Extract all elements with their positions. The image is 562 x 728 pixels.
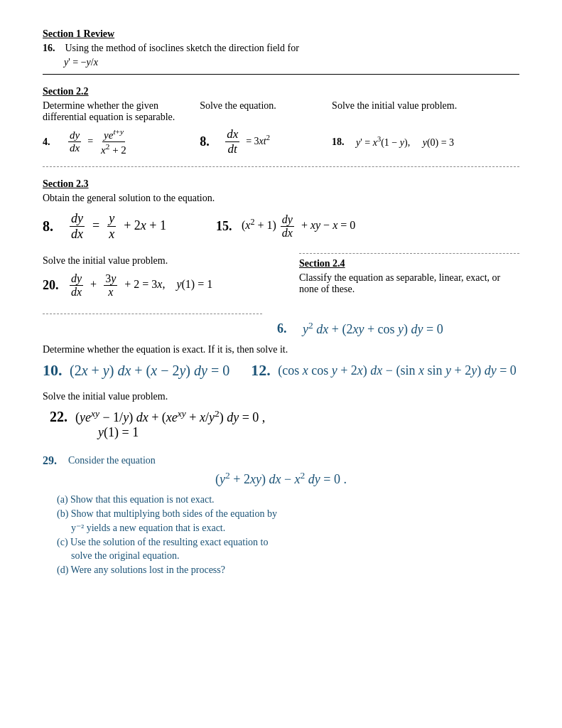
section24-description: Classify the equation as separable, line… xyxy=(299,272,519,295)
problem4-block: 4. dy dx = yet+y x2 + 2 xyxy=(43,127,193,156)
problem6-number: 6. xyxy=(277,321,297,336)
section23-description: Obtain the general solution to the equat… xyxy=(43,193,519,204)
problem20-number: 20. xyxy=(43,278,63,293)
problem16-text: 16. Using the method of isoclines sketch… xyxy=(43,43,519,54)
section22-divider xyxy=(43,166,519,167)
problem6-equation: y2 dx + (2xy + cos y) dy = 0 xyxy=(303,320,443,337)
determine-exact-label: Determine whether the equation is exact.… xyxy=(43,344,519,355)
problem18-equation: y' = x3(1 − y), y(0) = 3 xyxy=(356,135,454,149)
problem8a-block: 8. dx dt = 3xt2 xyxy=(200,127,325,156)
problem8a-number: 8. xyxy=(200,134,220,149)
section22-block: Section 2.2 Determine whether the given … xyxy=(43,86,519,167)
section1-divider xyxy=(43,74,519,75)
problem4-number: 4. xyxy=(43,136,63,148)
section24-title-preview: Section 2.4 xyxy=(299,258,519,269)
problem29-consider-text: Consider the equation xyxy=(68,455,156,466)
part-c-line2: solve the original equation. xyxy=(71,550,519,562)
part-a: (a) Show that this equation is not exact… xyxy=(57,494,519,505)
problem16-equation: y' = −y/x xyxy=(64,57,519,68)
section22-col3-header: Solve the initial value problem. xyxy=(332,100,519,123)
problem8b-block: 8. dy dx = y x + 2x + 1 xyxy=(43,211,166,242)
solve-ivp-section23-block: Solve the initial value problem. 20. dy … xyxy=(43,253,285,299)
problem8a-equation: dx dt = 3xt2 xyxy=(224,127,270,156)
problem12-number: 12. xyxy=(251,361,271,380)
problem8b-equation: dy dx = y x + 2x + 1 xyxy=(68,211,166,242)
problem12-equation: (cos x cos y + 2x) dx − (sin x sin y + 2… xyxy=(278,363,517,378)
problem15-number: 15. xyxy=(216,219,236,234)
problem18-number: 18. xyxy=(332,136,352,148)
problem15-equation: (x2 + 1) dy dx + xy − x = 0 xyxy=(242,213,355,240)
section22-header-row: Determine whether the given differential… xyxy=(43,100,519,123)
section1-review-title: Section 1 Review xyxy=(43,28,519,40)
problem29-parts: (a) Show that this equation is not exact… xyxy=(57,494,519,576)
part-d: (d) Were any solutions lost in the proce… xyxy=(57,564,519,576)
problem22-equation-line1: (yexy − 1/y) dx + (xexy + x/y2) dy = 0 , xyxy=(75,408,265,425)
problem29-equation: (y2 + 2xy) dx − x2 dy = 0 . xyxy=(43,470,519,487)
problem16-number: 16. xyxy=(43,43,63,54)
section22-problems-row: 4. dy dx = yet+y x2 + 2 8. xyxy=(43,127,519,156)
solve-ivp-section23-label: Solve the initial value problem. xyxy=(43,255,285,267)
part-b-line2: y⁻² yields a new equation that is exact. xyxy=(71,522,519,534)
part-b-line1: (b) Show that multiplying both sides of … xyxy=(57,508,519,520)
section23-block: Section 2.3 Obtain the general solution … xyxy=(43,178,519,576)
section22-title: Section 2.2 xyxy=(43,86,519,97)
problem29-number: 29. xyxy=(43,454,63,467)
problem22-number: 22. xyxy=(50,409,70,425)
solve-ivp2-label: Solve the initial value problem. xyxy=(43,391,519,402)
problem22-equation-line2: y(1) = 1 xyxy=(98,425,519,440)
problem8b-number: 8. xyxy=(43,218,63,235)
problem4-equation: dy dx = yet+y x2 + 2 xyxy=(67,127,129,156)
part-c-line1: (c) Use the solution of the resulting ex… xyxy=(57,537,519,548)
section23-title: Section 2.3 xyxy=(43,178,519,190)
section22-col2-header: Solve the equation. xyxy=(200,100,325,123)
section24-preview-block: Section 2.4 Classify the equation as sep… xyxy=(299,253,519,297)
problem15-block: 15. (x2 + 1) dy dx + xy − x = 0 xyxy=(216,213,355,240)
section23-divider-mid xyxy=(43,314,262,314)
problem10-number: 10. xyxy=(43,361,63,380)
section1-review-block: Section 1 Review 16. Using the method of… xyxy=(43,28,519,75)
problem18-block: 18. y' = x3(1 − y), y(0) = 3 xyxy=(332,135,519,149)
problem20-equation: dy dx + 3y x + 2 = 3x, y(1) = 1 xyxy=(68,272,212,299)
section22-col1-header: Determine whether the given differential… xyxy=(43,100,193,123)
problem10-equation: (2x + y) dx + (x − 2y) dy = 0 xyxy=(70,363,229,379)
